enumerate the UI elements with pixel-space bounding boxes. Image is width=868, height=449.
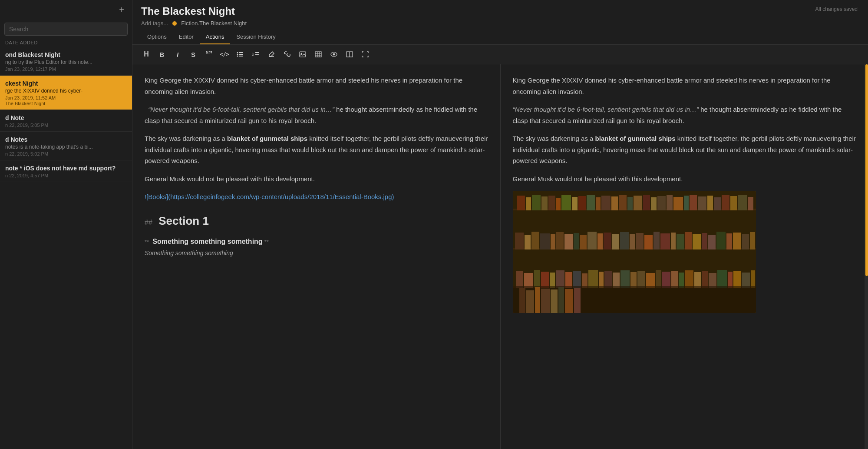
- editor-title: The Blackest Night: [141, 5, 859, 17]
- note-item[interactable]: note * iOS does not have md support? n 2…: [0, 160, 132, 182]
- preview-quote-text: “Never thought it’d be 6-foot-tall, sent…: [513, 106, 699, 113]
- tab-options[interactable]: Options: [141, 30, 173, 44]
- svg-rect-13: [315, 52, 321, 57]
- svg-rect-1: [239, 52, 243, 53]
- subheading-italic: Something something something: [145, 248, 488, 259]
- editor-toolbar: HBIS“”</>1.2.: [132, 45, 868, 64]
- tab-actions[interactable]: Actions: [200, 30, 231, 44]
- para3-prefix: The sky was darkening as a: [145, 135, 227, 142]
- sort-label: Date Added: [0, 37, 132, 47]
- preview-para-3: The sky was darkening as a blanket of gu…: [513, 133, 856, 166]
- preview-para3-prefix: The sky was darkening as a: [513, 135, 595, 142]
- preview-para-4: General Musk would not be pleased with t…: [513, 173, 856, 185]
- editor-header: The Blackest Night Add tags... Fiction.T…: [132, 0, 868, 45]
- preview-para-1: King George the XIXXIV donned his cyber-…: [513, 75, 856, 97]
- subheading-block: ** Something something something ** Some…: [145, 236, 488, 259]
- editor-body: King George the XIXXIV donned his cyber-…: [132, 64, 868, 449]
- svg-point-0: [237, 52, 238, 53]
- split-button[interactable]: [343, 48, 356, 60]
- editor-tabs: OptionsEditorActionsSession History: [141, 30, 859, 44]
- subheading-marker-end: **: [264, 239, 269, 245]
- strikethrough-button[interactable]: S: [186, 48, 200, 60]
- quote-button[interactable]: “”: [202, 48, 216, 60]
- section-heading-text: Section 1: [158, 214, 209, 227]
- editor-writing-pane[interactable]: King George the XIXXIV donned his cyber-…: [132, 64, 501, 449]
- tab-session_history[interactable]: Session History: [230, 30, 281, 44]
- paragraph-1: King George the XIXXIV donned his cyber-…: [145, 75, 488, 97]
- save-status: All changes saved: [815, 6, 858, 12]
- note-tag: The Blackest Night: [5, 101, 127, 106]
- heading-button[interactable]: H: [139, 48, 153, 60]
- tag-label: Fiction.The Blackest Night: [181, 20, 247, 27]
- preview-para-2: “Never thought it’d be 6-foot-tall, sent…: [513, 104, 856, 126]
- image-link: ![Books](https://collegeinfogeek.com/wp-…: [145, 191, 488, 203]
- paragraph-4: General Musk would not be pleased with t…: [145, 173, 488, 185]
- italic-button[interactable]: I: [171, 48, 185, 60]
- editor-preview-pane: King George the XIXXIV donned his cyber-…: [501, 64, 868, 449]
- note-date: Jan 23, 2019, 11:52 AM: [5, 95, 127, 100]
- note-date: n 22, 2019, 5:02 PM: [5, 151, 127, 156]
- sidebar: + Date Added ond Blackest Night ng to tr…: [0, 0, 132, 449]
- main-editor: All changes saved The Blackest Night Add…: [132, 0, 868, 449]
- note-title: d Note: [5, 114, 127, 121]
- svg-point-12: [301, 53, 302, 54]
- svg-rect-125: [513, 191, 756, 313]
- link-button[interactable]: [280, 48, 294, 60]
- note-date: n 22, 2019, 4:57 PM: [5, 173, 127, 178]
- note-title: ckest Night: [5, 80, 127, 87]
- search-input[interactable]: [4, 23, 128, 36]
- note-title: d Notes: [5, 136, 127, 143]
- code-button[interactable]: </>: [218, 48, 231, 60]
- quote-text: “Never thought it’d be 6-foot-tall, sent…: [148, 106, 334, 113]
- note-preview: ng to try the Plus Editor for this note.…: [5, 59, 127, 65]
- books-image: [513, 191, 756, 313]
- note-item[interactable]: ckest Night rge the XIXXIV donned his cy…: [0, 76, 132, 110]
- tab-editor[interactable]: Editor: [173, 30, 200, 44]
- highlight-button[interactable]: [264, 48, 278, 60]
- paragraph-3: The sky was darkening as a blanket of gu…: [145, 133, 488, 166]
- section-heading: ## Section 1: [145, 211, 488, 230]
- svg-rect-7: [255, 52, 259, 53]
- fullscreen-button[interactable]: [358, 48, 372, 60]
- add-tags-button[interactable]: Add tags...: [141, 20, 168, 27]
- scrollbar-thumb[interactable]: [865, 64, 868, 276]
- bold-ships: blanket of gunmetal ships: [227, 135, 307, 142]
- svg-point-2: [237, 54, 238, 55]
- add-note-button[interactable]: +: [116, 3, 128, 16]
- ul-button[interactable]: [233, 48, 247, 60]
- bold-button[interactable]: B: [155, 48, 169, 60]
- note-item[interactable]: ond Blackest Night ng to try the Plus Ed…: [0, 47, 132, 76]
- note-item[interactable]: d Notes notes is a note-taking app that'…: [0, 132, 132, 160]
- note-preview: rge the XIXXIV donned his cyber-: [5, 88, 127, 94]
- svg-rect-3: [239, 54, 243, 55]
- scrollbar-track[interactable]: [865, 64, 868, 449]
- note-list: ond Blackest Night ng to try the Plus Ed…: [0, 47, 132, 449]
- svg-text:2.: 2.: [252, 53, 254, 56]
- svg-rect-9: [255, 54, 259, 55]
- note-preview: notes is a note-taking app that's a bi..…: [5, 144, 127, 150]
- subheading-text: Something something something: [152, 238, 262, 245]
- paragraph-2: “Never thought it’d be 6-foot-tall, sent…: [145, 104, 488, 126]
- table-button[interactable]: [311, 48, 325, 60]
- image-markdown-link[interactable]: ![Books](https://collegeinfogeek.com/wp-…: [145, 193, 394, 200]
- preview-bold-ships: blanket of gunmetal ships: [595, 135, 676, 142]
- svg-rect-11: [300, 52, 306, 57]
- note-date: Jan 23, 2019, 12:17 PM: [5, 67, 127, 72]
- sidebar-search-container: [0, 19, 132, 37]
- note-title: ond Blackest Night: [5, 51, 127, 58]
- svg-point-19: [333, 53, 335, 56]
- note-item[interactable]: d Note n 22, 2019, 5:05 PM: [0, 110, 132, 132]
- ol-button[interactable]: 1.2.: [249, 48, 263, 60]
- image-button[interactable]: [296, 48, 310, 60]
- preview-button[interactable]: [327, 48, 341, 60]
- note-date: n 22, 2019, 5:05 PM: [5, 123, 127, 128]
- note-title: note * iOS does not have md support?: [5, 165, 127, 172]
- svg-rect-5: [239, 56, 243, 57]
- subheading-marker: **: [145, 239, 149, 245]
- svg-point-4: [237, 56, 238, 57]
- sidebar-header: +: [0, 0, 132, 19]
- editor-tags-row: Add tags... Fiction.The Blackest Night: [141, 20, 859, 27]
- section-marker: ##: [145, 219, 152, 226]
- tag-dot-icon: [172, 21, 177, 26]
